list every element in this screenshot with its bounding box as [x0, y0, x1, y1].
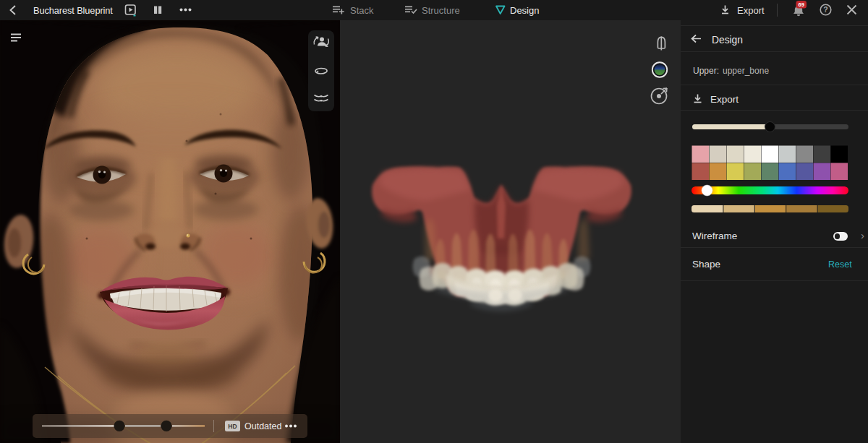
svg-text:?: ?	[823, 5, 827, 14]
svg-text:69: 69	[799, 1, 804, 8]
svg-text:Outdated: Outdated	[244, 421, 281, 431]
svg-text:HD: HD	[228, 423, 237, 430]
